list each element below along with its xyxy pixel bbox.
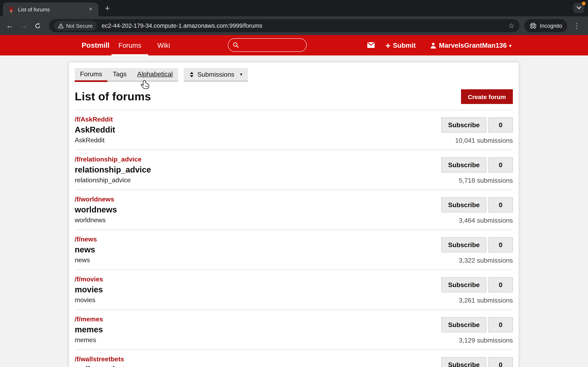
postmill-favicon-windmill-icon [8, 6, 14, 12]
subscriber-count-button[interactable]: 0 [488, 357, 513, 367]
forum-link[interactable]: /f/relationship_advice [75, 155, 141, 163]
subscribe-button[interactable]: Subscribe [441, 197, 486, 212]
submission-count: 10,041 submissions [441, 137, 513, 144]
search-input[interactable] [228, 38, 307, 52]
chevron-down-icon [576, 6, 581, 10]
forum-name: AskReddit [75, 125, 441, 134]
forum-description: news [75, 256, 441, 264]
submit-button[interactable]: +Submit [385, 35, 416, 55]
subscriber-count-button[interactable]: 0 [488, 157, 513, 173]
user-menu-button[interactable]: MarvelsGrantMan136▾ [430, 35, 511, 55]
submission-count: 3,322 submissions [441, 257, 513, 264]
user-icon [430, 42, 436, 49]
forum-row-askreddit: /f/AskReddit AskReddit AskReddit Subscri… [75, 110, 513, 150]
forum-row-memes: /f/memes memes memes Subscribe 0 3,129 s… [75, 310, 513, 350]
sort-arrows-icon [190, 72, 194, 77]
header-nav-forums[interactable]: Forums [112, 35, 148, 55]
tab-alphabetical[interactable]: Alphabetical [132, 68, 178, 82]
username-label: MarvelsGrantMan136 [439, 42, 507, 49]
subscribe-button[interactable]: Subscribe [441, 157, 486, 173]
content-card: Forums Tags Alphabetical Submissions ▾ [69, 62, 519, 367]
view-tab-group: Forums Tags Alphabetical [75, 68, 178, 82]
address-bar[interactable]: Not Secure ec2-44-202-179-34.compute-1.a… [49, 19, 519, 32]
forum-row-movies: /f/movies movies movies Subscribe 0 3,26… [75, 270, 513, 310]
incognito-label: Incognito [540, 23, 562, 29]
incognito-badge: Incognito [524, 19, 567, 32]
sort-by-submissions-button[interactable]: Submissions ▾ [184, 68, 248, 82]
search-icon [233, 42, 239, 48]
browser-tab-strip: List of forums × + [0, 0, 588, 16]
header-nav-wiki[interactable]: Wiki [151, 35, 177, 55]
caret-down-icon: ▾ [509, 43, 511, 48]
forum-row-wallstreetbets: /f/wallstreetbets wallstreetbets Subscri… [75, 350, 513, 367]
forward-button: → [17, 20, 30, 32]
tab-search-button[interactable] [573, 3, 584, 13]
submit-label: Submit [393, 42, 416, 49]
subscribe-button[interactable]: Subscribe [441, 117, 486, 133]
subscriber-count-button[interactable]: 0 [488, 117, 513, 133]
envelope-icon [367, 42, 375, 48]
site-header: Postmill Forums Wiki +Submit MarvelsGran… [0, 35, 588, 55]
subscriber-count-button[interactable]: 0 [488, 277, 513, 292]
messages-button[interactable] [367, 42, 375, 50]
forum-link[interactable]: /f/news [75, 235, 97, 243]
subscribe-button[interactable]: Subscribe [441, 237, 486, 252]
sort-group: Submissions ▾ [184, 68, 248, 82]
submission-count: 5,718 submissions [441, 177, 513, 184]
forum-list: /f/AskReddit AskReddit AskReddit Subscri… [75, 110, 513, 367]
subscriber-count-button[interactable]: 0 [488, 317, 513, 332]
incognito-icon [529, 23, 537, 29]
subscribe-button[interactable]: Subscribe [441, 317, 486, 332]
forum-link[interactable]: /f/memes [75, 315, 103, 323]
forum-link[interactable]: /f/AskReddit [75, 115, 113, 123]
forum-description: movies [75, 296, 441, 304]
forum-row-news: /f/news news news Subscribe 0 3,322 subm… [75, 230, 513, 270]
forum-description: AskReddit [75, 136, 441, 144]
reload-icon [34, 22, 41, 29]
forum-name: movies [75, 285, 441, 294]
forum-name: news [75, 245, 441, 254]
submission-count: 3,261 submissions [441, 297, 513, 304]
bookmark-star-icon[interactable]: ☆ [508, 21, 515, 30]
browser-menu-button[interactable]: ⋮ [572, 21, 582, 30]
forum-row-relationship-advice: /f/relationship_advice relationship_advi… [75, 150, 513, 190]
forum-name: memes [75, 325, 441, 334]
forum-link[interactable]: /f/worldnews [75, 195, 114, 203]
forum-description: memes [75, 336, 441, 344]
title-row: List of forums Create forum [75, 89, 513, 104]
sort-label: Submissions [197, 71, 234, 78]
tab-forums[interactable]: Forums [75, 68, 107, 82]
subscriber-count-button[interactable]: 0 [488, 237, 513, 252]
brand-link[interactable]: Postmill [82, 35, 109, 55]
caret-down-icon: ▾ [240, 72, 242, 77]
reload-button[interactable] [31, 20, 44, 32]
url-text[interactable]: ec2-44-202-179-34.compute-1.amazonaws.co… [102, 22, 505, 29]
subscribe-button[interactable]: Subscribe [441, 357, 486, 367]
page-background: Forums Tags Alphabetical Submissions ▾ [0, 55, 588, 367]
forum-link[interactable]: /f/wallstreetbets [75, 355, 124, 363]
security-label: Not Secure [66, 23, 93, 29]
submission-count: 3,129 submissions [441, 337, 513, 344]
subscriber-count-button[interactable]: 0 [488, 197, 513, 212]
back-button[interactable]: ← [4, 20, 16, 32]
browser-window: List of forums × + ← → [0, 0, 588, 367]
forum-description: relationship_advice [75, 176, 441, 184]
forum-name: wallstreetbets [75, 365, 441, 367]
tab-tags[interactable]: Tags [107, 68, 132, 82]
browser-toolbar: ← → Not Secure ec2-44-202-179-34.compute… [0, 16, 588, 35]
submission-count: 3,464 submissions [441, 217, 513, 224]
tab-close-icon[interactable]: × [87, 6, 94, 13]
browser-tab[interactable]: List of forums × [3, 2, 98, 16]
forum-list-tabs: Forums Tags Alphabetical Submissions ▾ [75, 68, 513, 82]
new-tab-button[interactable]: + [102, 3, 113, 14]
subscribe-button[interactable]: Subscribe [441, 277, 486, 292]
security-chip[interactable]: Not Secure [54, 21, 97, 31]
forum-link[interactable]: /f/movies [75, 275, 103, 283]
forum-name: worldnews [75, 205, 441, 215]
forum-row-worldnews: /f/worldnews worldnews worldnews Subscri… [75, 190, 513, 230]
forum-name: relationship_advice [75, 165, 441, 175]
update-badge-dot [582, 2, 586, 5]
plus-icon: + [385, 41, 390, 50]
page-title: List of forums [75, 90, 151, 103]
create-forum-button[interactable]: Create forum [461, 89, 513, 104]
